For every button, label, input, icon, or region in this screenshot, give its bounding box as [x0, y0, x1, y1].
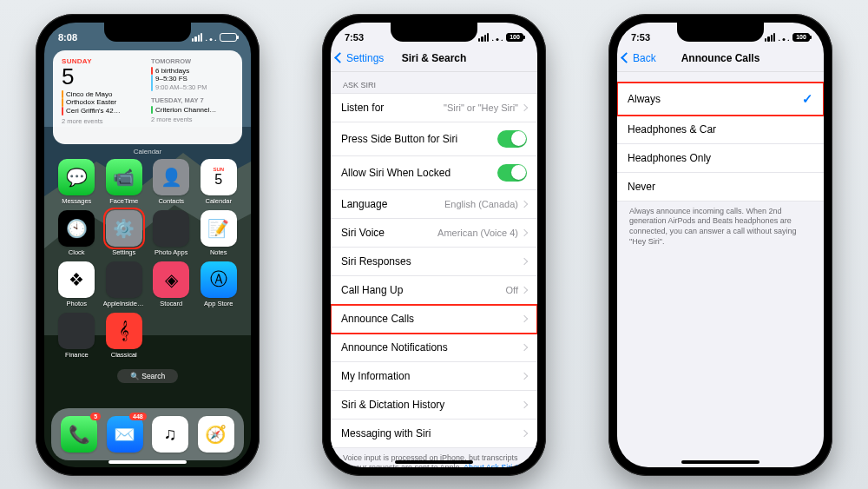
- app-facetime[interactable]: 📹FaceTime: [102, 159, 147, 205]
- app-label: Contacts: [158, 197, 184, 205]
- cell-signal-icon: [765, 33, 775, 42]
- home-indicator[interactable]: [395, 460, 473, 464]
- option-headphones-only[interactable]: Headphones Only: [617, 144, 824, 173]
- dock-mail[interactable]: ✉️448: [107, 416, 143, 453]
- row-press-side-button-for-siri[interactable]: Press Side Button for Siri: [331, 122, 537, 156]
- option-always[interactable]: Always✓: [617, 83, 824, 116]
- finance-icon: [58, 313, 95, 349]
- chevron-right-icon: [521, 314, 528, 321]
- app store-icon: Ⓐ: [201, 261, 237, 298]
- row-announce-calls[interactable]: Announce Calls: [331, 305, 537, 334]
- row-label: Headphones Only: [628, 152, 711, 164]
- widget-more-tue: 2 more events: [151, 116, 233, 123]
- row-siri-voice[interactable]: Siri VoiceAmerican (Voice 4): [331, 219, 537, 248]
- photo apps-icon: [153, 210, 189, 247]
- cell-signal-icon: [192, 33, 202, 42]
- app-clock[interactable]: 🕙Clock: [55, 210, 99, 256]
- app-label: Photo Apps: [155, 248, 187, 256]
- app-grid: 💬Messages📹FaceTime👤ContactsSUN5Calendar🕙…: [44, 155, 251, 359]
- row-listen-for[interactable]: Listen for"Siri" or "Hey Siri": [331, 93, 537, 122]
- home-indicator[interactable]: [108, 460, 187, 464]
- app-appleinsider-sj[interactable]: AppleInsider/SJ: [102, 261, 147, 307]
- app-label: Messages: [62, 197, 91, 205]
- toggle[interactable]: [497, 164, 527, 182]
- calendar-event: Ceri Griffin's 42…: [62, 107, 144, 116]
- app-label: Finance: [65, 351, 89, 359]
- row-messaging-with-siri[interactable]: Messaging with Siri: [331, 420, 537, 448]
- row-siri-responses[interactable]: Siri Responses: [331, 248, 537, 276]
- row-my-information[interactable]: My Information: [331, 362, 537, 391]
- clock: 8:08: [58, 32, 77, 43]
- row-language[interactable]: LanguageEnglish (Canada): [331, 190, 537, 219]
- chevron-right-icon: [521, 286, 528, 293]
- chevron-right-icon: [521, 400, 528, 407]
- row-value: English (Canada): [444, 199, 518, 209]
- app-photo-apps[interactable]: Photo Apps: [149, 210, 194, 256]
- option-never[interactable]: Never: [617, 173, 824, 202]
- back-button[interactable]: Back: [622, 52, 656, 64]
- row-label: Messaging with Siri: [341, 427, 431, 439]
- app-notes[interactable]: 📝Notes: [197, 210, 241, 256]
- row-value: "Siri" or "Hey Siri": [444, 102, 518, 113]
- calendar-event: Criterion Channel…: [151, 106, 233, 115]
- chevron-right-icon: [521, 257, 528, 264]
- widget-more: 2 more events: [62, 117, 144, 125]
- row-value: American (Voice 4): [437, 228, 518, 238]
- row-label: Allow Siri When Locked: [341, 167, 450, 179]
- cell-signal-icon: [478, 33, 489, 42]
- battery-icon: [220, 33, 237, 42]
- widget-tue: TUESDAY, MAY 7: [151, 96, 233, 104]
- row-label: Language: [341, 198, 387, 210]
- app-label: Stocard: [160, 300, 182, 307]
- dock-phone[interactable]: 📞5: [61, 416, 97, 453]
- calendar-widget[interactable]: SUNDAY 5 Cinco de MayoOrthodox EasterCer…: [53, 50, 242, 144]
- nav-title: Announce Calls: [681, 52, 760, 64]
- settings-icon: ⚙️: [106, 210, 142, 247]
- app-calendar[interactable]: SUN5Calendar: [197, 159, 241, 205]
- clock: 7:53: [631, 32, 650, 43]
- battery-icon: 100: [506, 33, 523, 42]
- row-label: Siri & Dictation History: [341, 399, 444, 411]
- row-label: Siri Responses: [341, 255, 411, 268]
- row-label: Announce Calls: [341, 313, 414, 325]
- app-finance[interactable]: Finance: [55, 313, 99, 359]
- app-label: Settings: [112, 248, 135, 256]
- calendar-event: Orthodox Easter: [62, 98, 144, 107]
- back-button[interactable]: Settings: [336, 52, 384, 64]
- app-label: Calendar: [206, 197, 232, 205]
- row-label: Press Side Button for Siri: [341, 133, 457, 145]
- widget-day-label: SUNDAY: [62, 57, 144, 65]
- wifi-icon: [206, 33, 216, 41]
- app-label: Photos: [67, 300, 87, 307]
- toggle[interactable]: [497, 130, 527, 148]
- row-siri-dictation-history[interactable]: Siri & Dictation History: [331, 391, 537, 420]
- row-call-hang-up[interactable]: Call Hang UpOff: [331, 276, 537, 305]
- wifi-icon: [779, 33, 789, 41]
- app-label: FaceTime: [109, 197, 138, 205]
- dock: 📞5✉️448♫🧭: [51, 408, 244, 460]
- widget-day-number: 5: [62, 67, 144, 87]
- notes-icon: 📝: [201, 210, 237, 247]
- dock-safari[interactable]: 🧭: [198, 416, 234, 453]
- chevron-right-icon: [521, 200, 528, 207]
- app-messages[interactable]: 💬Messages: [55, 159, 99, 205]
- app-photos[interactable]: ❖Photos: [55, 261, 99, 307]
- app-stocard[interactable]: ◈Stocard: [149, 261, 194, 307]
- app-app-store[interactable]: ⒶApp Store: [197, 261, 241, 307]
- photos-icon: ❖: [58, 261, 95, 298]
- option-headphones-car[interactable]: Headphones & Car: [617, 116, 824, 144]
- calendar-icon: SUN5: [201, 159, 237, 195]
- row-label: Headphones & Car: [628, 123, 716, 135]
- stocard-icon: ◈: [153, 261, 189, 298]
- row-allow-siri-when-locked[interactable]: Allow Siri When Locked: [331, 156, 537, 190]
- app-classical[interactable]: 𝄞Classical: [102, 313, 147, 359]
- dock-music[interactable]: ♫: [152, 416, 188, 453]
- app-contacts[interactable]: 👤Contacts: [149, 159, 194, 205]
- nav-title: Siri & Search: [402, 52, 467, 64]
- spotlight-search[interactable]: 🔍 Search: [117, 369, 178, 383]
- home-indicator[interactable]: [681, 460, 760, 464]
- row-announce-notifications[interactable]: Announce Notifications: [331, 334, 537, 362]
- app-settings[interactable]: ⚙️Settings: [102, 210, 147, 256]
- phone-siri-settings: 7:53 100 Settings Siri & Search ASK SIRI…: [322, 14, 546, 476]
- app-label: Notes: [210, 248, 227, 256]
